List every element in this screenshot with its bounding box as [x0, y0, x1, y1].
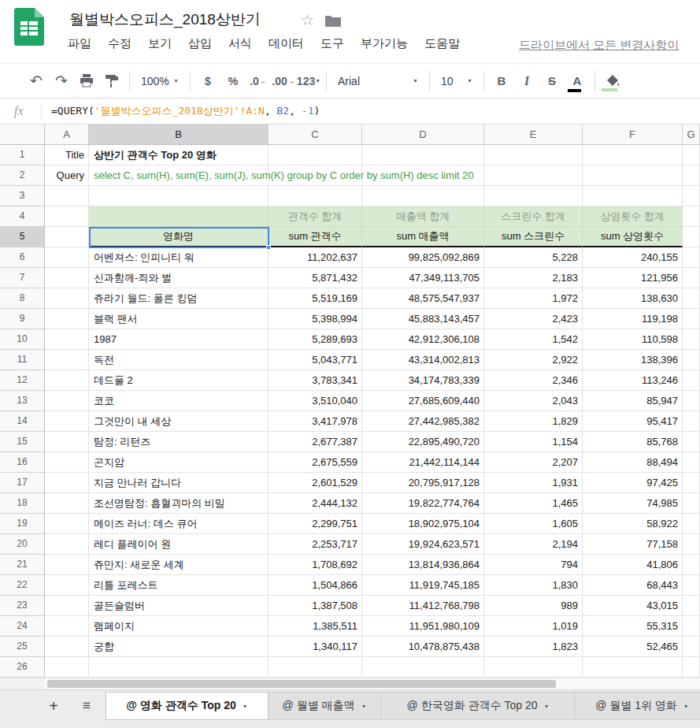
cell-E16[interactable]: 2,207 — [484, 452, 583, 473]
cell-C23[interactable]: 1,387,508 — [269, 596, 362, 616]
bold-button[interactable]: B — [489, 69, 514, 93]
cell-A20[interactable] — [45, 534, 89, 555]
select-all-corner[interactable] — [0, 124, 45, 145]
row-header-14[interactable]: 14 — [0, 411, 45, 432]
cell-A16[interactable] — [45, 452, 89, 473]
cell-G9[interactable] — [683, 309, 700, 329]
cell-D9[interactable]: 45,883,143,457 — [362, 309, 484, 329]
move-folder-icon[interactable] — [324, 14, 342, 28]
cell-C6[interactable]: 11,202,637 — [269, 247, 362, 268]
row-header-13[interactable]: 13 — [0, 391, 45, 411]
format-percent-button[interactable]: % — [220, 69, 246, 93]
cell-F11[interactable]: 138,396 — [583, 350, 683, 370]
cell-C8[interactable]: 5,519,169 — [269, 288, 362, 309]
cell-G13[interactable] — [683, 391, 700, 411]
cell-D24[interactable]: 11,951,980,109 — [362, 616, 484, 637]
sheet-tab-monthly-revenue[interactable]: @ 월별 매출액 ▼ — [269, 692, 381, 720]
cell-E20[interactable]: 2,194 — [484, 534, 583, 555]
cell-E22[interactable]: 1,830 — [484, 575, 583, 596]
format-currency-button[interactable]: $ — [195, 69, 220, 93]
all-sheets-menu-button[interactable]: ≡ — [76, 696, 97, 716]
cell-B4[interactable] — [89, 206, 269, 227]
cell-C20[interactable]: 2,253,717 — [269, 534, 362, 555]
cell-C17[interactable]: 2,601,529 — [269, 473, 362, 493]
cell-D19[interactable]: 18,902,975,104 — [362, 514, 484, 534]
row-header-23[interactable]: 23 — [0, 596, 45, 616]
cell-B13[interactable]: 코코 — [89, 391, 269, 411]
drive-save-status-link[interactable]: 드라이브에서 모든 변경사항이 — [519, 38, 679, 53]
column-header-E[interactable]: E — [484, 124, 583, 145]
cell-B20[interactable]: 레디 플레이어 원 — [89, 534, 269, 555]
cell-F8[interactable]: 138,630 — [583, 288, 683, 309]
row-header-5[interactable]: 5 — [0, 227, 45, 247]
cell-F3[interactable] — [583, 186, 683, 206]
cell-G7[interactable] — [683, 268, 700, 288]
cell-B17[interactable]: 지금 만나러 갑니다 — [89, 473, 269, 493]
cell-F25[interactable]: 52,465 — [583, 637, 683, 657]
cell-B15[interactable]: 탐정: 리턴즈 — [89, 432, 269, 452]
strikethrough-button[interactable]: S — [539, 69, 565, 93]
cell-G18[interactable] — [683, 493, 700, 514]
formula-bar[interactable]: fx =QUERY('월별박스오피스_2018상반기'!A:N, B2, -1) — [0, 98, 700, 124]
decrease-decimal-button[interactable]: .0 ← — [246, 69, 271, 93]
row-header-1[interactable]: 1 — [0, 145, 45, 165]
cell-D23[interactable]: 11,412,768,798 — [362, 596, 484, 616]
font-family-select[interactable]: Arial ▼ — [331, 69, 424, 93]
cell-C21[interactable]: 1,708,692 — [269, 555, 362, 575]
cell-C5[interactable]: sum 관객수 — [269, 227, 362, 247]
cell-A26[interactable] — [45, 657, 89, 678]
cell-B19[interactable]: 메이즈 러너: 데스 큐어 — [89, 514, 269, 534]
cell-E14[interactable]: 1,829 — [484, 411, 583, 432]
cell-G6[interactable] — [683, 247, 700, 268]
cell-F9[interactable]: 119,198 — [583, 309, 683, 329]
cell-C4[interactable]: 관객수 합계 — [269, 206, 362, 227]
cell-B21[interactable]: 쥬만지: 새로운 세계 — [89, 555, 269, 575]
menu-item-format[interactable]: 서식 — [228, 36, 252, 51]
column-header-F[interactable]: F — [583, 124, 683, 145]
cell-C3[interactable] — [269, 186, 362, 206]
cell-F19[interactable]: 58,922 — [583, 514, 683, 534]
cell-G2[interactable] — [683, 165, 700, 186]
cell-C18[interactable]: 2,444,132 — [269, 493, 362, 514]
cell-A3[interactable] — [45, 186, 89, 206]
cell-B11[interactable]: 독전 — [89, 350, 269, 370]
cell-E5[interactable]: sum 스크린수 — [484, 227, 583, 247]
cell-D15[interactable]: 22,895,490,720 — [362, 432, 484, 452]
cell-D18[interactable]: 19,822,774,764 — [362, 493, 484, 514]
cell-A23[interactable] — [45, 596, 89, 616]
cell-B1[interactable]: 상반기 관객수 Top 20 영화 — [89, 145, 269, 165]
cell-C10[interactable]: 5,289,693 — [269, 329, 362, 350]
row-header-2[interactable]: 2 — [0, 165, 45, 186]
row-header-21[interactable]: 21 — [0, 555, 45, 575]
cell-E3[interactable] — [484, 186, 583, 206]
zoom-select[interactable]: 100% ▼ — [135, 69, 185, 93]
cell-G4[interactable] — [683, 206, 700, 227]
undo-button[interactable]: ↶ — [24, 69, 49, 93]
cell-G21[interactable] — [683, 555, 700, 575]
cell-C11[interactable]: 5,043,771 — [269, 350, 362, 370]
cell-B12[interactable]: 데드풀 2 — [89, 370, 269, 391]
text-color-button[interactable]: A — [565, 69, 590, 93]
cell-B25[interactable]: 궁합 — [89, 637, 269, 657]
cell-D5[interactable]: sum 매출액 — [362, 227, 484, 247]
cell-A24[interactable] — [45, 616, 89, 637]
cell-C13[interactable]: 3,510,040 — [269, 391, 362, 411]
cell-C26[interactable] — [269, 657, 362, 678]
cell-F4[interactable]: 상영횟수 합계 — [583, 206, 683, 227]
cell-G25[interactable] — [683, 637, 700, 657]
row-header-4[interactable]: 4 — [0, 206, 45, 227]
font-size-select[interactable]: 10 ▼ — [435, 69, 479, 93]
cell-B3[interactable] — [89, 186, 269, 206]
cell-G22[interactable] — [683, 575, 700, 596]
menu-item-view[interactable]: 보기 — [148, 36, 172, 51]
cell-E1[interactable] — [484, 145, 583, 165]
cell-A7[interactable] — [45, 268, 89, 288]
cell-F10[interactable]: 110,598 — [583, 329, 683, 350]
sheet-tab-monthly-no1-movie[interactable]: @ 월별 1위 영화 ▼ — [576, 692, 700, 720]
formula-input[interactable]: =QUERY('월별박스오피스_2018상반기'!A:N, B2, -1) — [51, 104, 320, 118]
cell-E13[interactable]: 2,043 — [484, 391, 583, 411]
row-header-20[interactable]: 20 — [0, 534, 45, 555]
cell-G3[interactable] — [683, 186, 700, 206]
cell-G26[interactable] — [683, 657, 700, 678]
cell-E17[interactable]: 1,931 — [484, 473, 583, 493]
